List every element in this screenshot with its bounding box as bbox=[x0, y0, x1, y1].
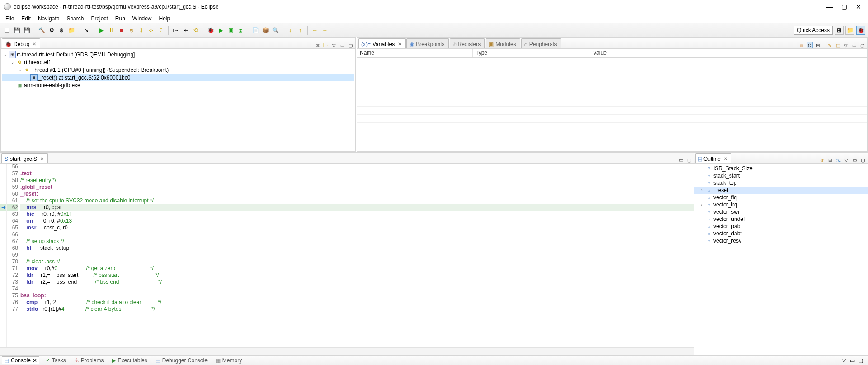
variables-grid[interactable] bbox=[357, 58, 867, 131]
drop-to-frame-icon[interactable]: ⇤ bbox=[182, 26, 190, 34]
view-dropdown-icon[interactable]: ▽ bbox=[843, 157, 849, 163]
debug-perspective-icon[interactable]: 🐞 bbox=[856, 26, 865, 35]
window-minimize-button[interactable]: — bbox=[826, 3, 833, 10]
debug-view-menu-icon[interactable]: i→ bbox=[323, 42, 329, 48]
column-type[interactable]: Type bbox=[473, 49, 590, 57]
minimize-view-icon[interactable]: ▭ bbox=[850, 357, 856, 364]
pin-icon[interactable]: ◫ bbox=[835, 42, 841, 48]
close-icon[interactable]: ✕ bbox=[33, 357, 37, 364]
next-annotation-icon[interactable]: ↓ bbox=[286, 26, 294, 34]
outline-item[interactable]: ○vector_pabt bbox=[694, 223, 868, 230]
variables-detail-pane[interactable] bbox=[357, 131, 867, 151]
close-icon[interactable]: ✕ bbox=[33, 42, 36, 47]
build-icon[interactable]: 🔨 bbox=[38, 26, 46, 34]
minimize-view-icon[interactable]: ▭ bbox=[851, 157, 858, 163]
column-name[interactable]: Name bbox=[357, 49, 473, 57]
menu-edit[interactable]: Edit bbox=[19, 14, 33, 23]
menu-search[interactable]: Search bbox=[64, 14, 86, 23]
tab-debugger-console[interactable]: ▤ Debugger Console bbox=[154, 357, 209, 364]
tab-registers[interactable]: ⎚ Registers bbox=[450, 38, 485, 48]
tab-memory[interactable]: ▦ Memory bbox=[214, 357, 244, 364]
link-editor-icon[interactable]: ↕a bbox=[835, 157, 841, 163]
outline-item[interactable]: ○stack_top bbox=[694, 179, 868, 187]
back-icon[interactable]: ← bbox=[311, 26, 319, 34]
outline-item[interactable]: ›○vector_irq bbox=[694, 201, 868, 208]
quick-access-input[interactable]: Quick Access bbox=[794, 26, 833, 35]
build-config-icon[interactable]: ⚙ bbox=[47, 26, 56, 34]
maximize-view-icon[interactable]: ▢ bbox=[686, 157, 692, 163]
outline-item[interactable]: ○vector_dabt bbox=[694, 230, 868, 237]
tab-modules[interactable]: ▣ Modules bbox=[486, 38, 520, 48]
menu-project[interactable]: Project bbox=[88, 14, 110, 23]
minimize-view-icon[interactable]: ▭ bbox=[678, 157, 684, 163]
prev-annotation-icon[interactable]: ↑ bbox=[296, 26, 304, 34]
tab-peripherals[interactable]: ⌂ Peripherals bbox=[521, 38, 561, 48]
new-icon[interactable] bbox=[3, 26, 11, 34]
resume-icon[interactable]: ▶ bbox=[97, 26, 105, 34]
instruction-step-icon[interactable]: i→ bbox=[172, 26, 180, 34]
disconnect-icon[interactable]: ⎋ bbox=[127, 26, 135, 34]
maximize-view-icon[interactable]: ▢ bbox=[347, 42, 354, 48]
step-over-icon[interactable]: ⤼ bbox=[147, 26, 155, 34]
minimize-view-icon[interactable]: ▭ bbox=[851, 42, 857, 48]
forward-icon[interactable]: → bbox=[321, 26, 329, 34]
debug-tree[interactable]: ⌄ ⊞ rt-thread-rtt-test Default [GDB QEMU… bbox=[1, 49, 355, 151]
close-icon[interactable]: ✕ bbox=[724, 156, 727, 161]
remove-terminated-icon[interactable]: ✖ bbox=[315, 42, 321, 48]
tab-console[interactable]: ▤ Console ✕ bbox=[2, 356, 39, 364]
outline-item[interactable]: ○vector_resv bbox=[694, 237, 868, 244]
open-type-icon[interactable]: 🔍 bbox=[271, 26, 279, 34]
suspend-icon[interactable]: ⏸ bbox=[107, 26, 115, 34]
debug-launch-icon[interactable]: 🐞 bbox=[207, 26, 215, 34]
chevron-right-icon[interactable]: › bbox=[699, 202, 704, 207]
outline-item[interactable]: ○vector_undef bbox=[694, 215, 868, 223]
maximize-view-icon[interactable]: ▢ bbox=[858, 357, 864, 364]
view-dropdown-icon[interactable]: ▽ bbox=[331, 42, 337, 48]
menu-help[interactable]: Help bbox=[156, 14, 173, 23]
coverage-icon[interactable]: ▣ bbox=[226, 26, 235, 34]
tab-editor-file[interactable]: S start_gcc.S ✕ bbox=[1, 153, 48, 163]
window-maximize-button[interactable]: ▢ bbox=[841, 3, 847, 10]
outline-item[interactable]: ›○_reset bbox=[694, 187, 868, 194]
chevron-right-icon[interactable]: › bbox=[699, 188, 704, 192]
outline-item[interactable]: ○vector_swi bbox=[694, 208, 868, 215]
menu-run[interactable]: Run bbox=[113, 14, 128, 23]
new-package-icon[interactable]: 📦 bbox=[261, 26, 269, 34]
menu-file[interactable]: File bbox=[3, 14, 17, 23]
editor-horizontal-scrollbar[interactable] bbox=[0, 347, 694, 355]
close-icon[interactable]: ✕ bbox=[40, 156, 44, 161]
tab-variables[interactable]: (x)= Variables ✕ bbox=[358, 38, 406, 48]
view-dropdown-icon[interactable]: ▽ bbox=[842, 357, 848, 364]
menu-window[interactable]: Window bbox=[130, 14, 155, 23]
profile-icon[interactable]: ⧗ bbox=[236, 26, 245, 34]
menu-navigate[interactable]: Navigate bbox=[35, 14, 62, 23]
close-icon[interactable]: ✕ bbox=[398, 42, 401, 47]
column-value[interactable]: Value bbox=[590, 49, 867, 57]
run-launch-icon[interactable]: ▶ bbox=[217, 26, 225, 34]
minimize-view-icon[interactable]: ▭ bbox=[339, 42, 345, 48]
maximize-view-icon[interactable]: ▢ bbox=[859, 42, 865, 48]
step-into-icon[interactable]: ⤵ bbox=[137, 26, 145, 34]
tab-debug[interactable]: 🐞 Debug ✕ bbox=[2, 38, 40, 48]
tab-outline[interactable]: ⌸ Outline ✕ bbox=[695, 153, 731, 163]
save-all-icon[interactable]: 💾 bbox=[23, 26, 31, 34]
terminate-icon[interactable]: ■ bbox=[117, 26, 125, 34]
open-perspective-icon[interactable]: ⊞ bbox=[835, 26, 844, 35]
new-watch-icon[interactable]: ✎ bbox=[826, 42, 833, 48]
skip-breakpoints-icon[interactable]: ↘ bbox=[82, 26, 90, 34]
tab-problems[interactable]: ⚠ Problems bbox=[72, 357, 106, 364]
window-close-button[interactable]: ✕ bbox=[855, 3, 862, 10]
save-icon[interactable]: 💾 bbox=[13, 26, 21, 34]
outline-item[interactable]: ○vector_fiq bbox=[694, 194, 868, 201]
source-editor[interactable]: ➔ 56575859606162636465666768697071727374… bbox=[0, 164, 694, 347]
maximize-view-icon[interactable]: ▢ bbox=[859, 157, 866, 163]
hide-fields-icon[interactable]: ⊟ bbox=[827, 157, 833, 163]
new-class-icon[interactable]: 📄 bbox=[251, 26, 259, 34]
outline-item[interactable]: ○stack_start bbox=[694, 172, 868, 179]
collapse-all-icon[interactable]: ⊟ bbox=[815, 42, 821, 48]
sort-icon[interactable]: ⇵ bbox=[819, 157, 825, 163]
show-logical-icon[interactable]: ⌬ bbox=[807, 42, 813, 48]
tab-breakpoints[interactable]: ◉ Breakpoints bbox=[406, 38, 448, 48]
folder-icon[interactable]: 📁 bbox=[67, 26, 75, 34]
resource-perspective-icon[interactable]: 📁 bbox=[845, 26, 854, 35]
